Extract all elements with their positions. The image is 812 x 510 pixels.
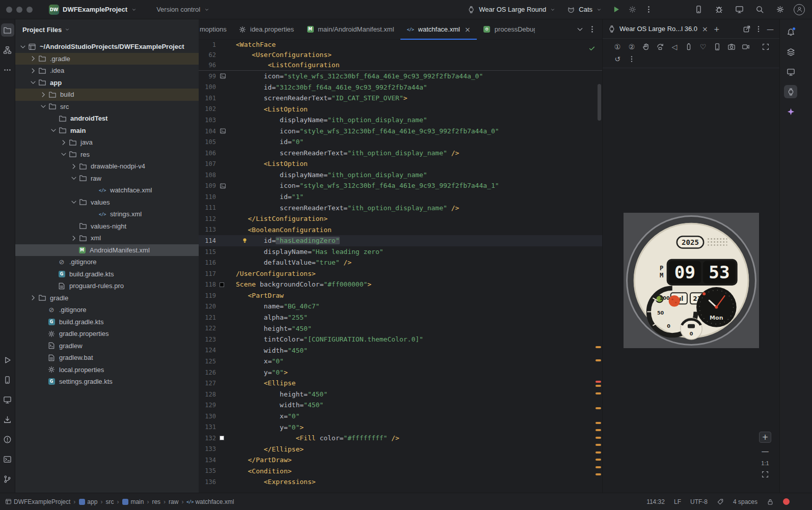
code-line-108[interactable]: 108 displayName="ith_option_display_name… <box>199 169 602 181</box>
tree-folder-src[interactable]: src <box>15 101 199 113</box>
tab-idea-properties[interactable]: idea.properties <box>232 19 300 39</box>
code-line-109[interactable]: 109 icon="style_wfs_312c30bf_f64a_461e_9… <box>199 180 602 191</box>
camera-button[interactable] <box>725 41 738 53</box>
kebab-icon[interactable] <box>754 25 763 33</box>
code-line-114[interactable]: 114 id="hasLeadingZero" <box>199 235 602 246</box>
code-line-120[interactable]: 120 name="BG_40c7" <box>199 301 602 312</box>
code-line-128[interactable]: 128 height="450" <box>199 389 602 400</box>
chevron-down-icon[interactable] <box>18 43 28 51</box>
tree-file-gradlew-bat[interactable]: gradlew.bat <box>15 352 199 364</box>
code-line-111[interactable]: 111 screenReaderText="ith_option_display… <box>199 203 602 214</box>
hide-panel-icon[interactable]: — <box>766 25 774 33</box>
code-line-135[interactable]: 135 <Condition> <box>199 466 602 477</box>
code-line-126[interactable]: 126 y="0"> <box>199 367 602 378</box>
code-line-136[interactable]: 136 <Expressions> <box>199 476 602 488</box>
drawable-preview-icon[interactable] <box>220 128 226 134</box>
tree-file-strings-xml[interactable]: </>strings.xml <box>15 208 199 220</box>
stripe-mark[interactable] <box>596 437 601 439</box>
stripe-mark[interactable] <box>596 392 601 394</box>
palm-button[interactable] <box>639 41 653 53</box>
code-line-100[interactable]: 100 id="312c30bf_f64a_461e_9c93_992f2fb7… <box>199 82 602 93</box>
code-line-125[interactable]: 125 x="0" <box>199 356 602 367</box>
tree-file-gitignore[interactable]: ⊘.gitignore <box>15 304 199 316</box>
zoom-reset-button[interactable]: 1:1 <box>761 460 769 466</box>
tree-folder-app[interactable]: app <box>15 77 199 89</box>
project-widget[interactable]: DW DWFExampleProject <box>45 3 141 17</box>
code-line-116[interactable]: 116 defaultValue="true" /> <box>199 257 602 268</box>
breadcrumb-main[interactable]: main <box>130 498 144 505</box>
device-tab-title[interactable]: Wear OS Large Ro...l 36.0 <box>619 25 697 33</box>
tree-folder-xml[interactable]: xml <box>15 232 199 244</box>
tree-folder-idea[interactable]: .idea <box>15 65 199 77</box>
run-configuration-selector[interactable]: Cats <box>563 3 606 17</box>
tag-icon[interactable] <box>717 498 724 505</box>
code-line-103[interactable]: 103 displayName="ith_option_display_name… <box>199 115 602 126</box>
stripe-mark[interactable] <box>596 451 601 454</box>
search-everywhere-button[interactable] <box>753 3 766 16</box>
stripe-mark[interactable] <box>596 359 601 361</box>
back-button[interactable]: ◁ <box>668 41 681 53</box>
tree-file-build-gradle-kts[interactable]: Gbuild.gradle.kts <box>15 316 199 328</box>
code-line-96[interactable]: 96 <ListConfiguration <box>199 60 602 70</box>
chevron-right-icon[interactable] <box>39 91 48 99</box>
tree-folder-res[interactable]: res <box>15 149 199 161</box>
zoom-fit-icon[interactable] <box>761 470 769 478</box>
code-line-104[interactable]: 104 icon="style_wfs_312c30bf_f64a_461e_9… <box>199 126 602 137</box>
tree-folder-raw[interactable]: raw <box>15 173 199 185</box>
reset-button[interactable]: ↺ <box>611 53 624 65</box>
file-encoding[interactable]: UTF-8 <box>690 498 708 505</box>
device-viewport[interactable]: 2025 P M 09 53 <box>603 68 779 493</box>
tab-processdebug[interactable]: ⚙processDebug <box>477 19 541 39</box>
tree-folder-values[interactable]: values <box>15 196 199 209</box>
tree-file-build-gradle-kts[interactable]: Gbuild.gradle.kts <box>15 268 199 280</box>
run-button[interactable] <box>1 353 14 366</box>
chevron-down-icon[interactable] <box>49 126 58 134</box>
code-line-115[interactable]: 115 displayName="Has leading zero" <box>199 246 602 258</box>
code-line-130[interactable]: 130 x="0" <box>199 411 602 422</box>
code-line-118[interactable]: 118Scene backgroundColor="#ff000000"> <box>199 279 602 290</box>
code-line-105[interactable]: 105 id="0" <box>199 136 602 148</box>
tree-file-proguard-rules-pro[interactable]: proguard-rules.pro <box>15 280 199 292</box>
run-button[interactable] <box>609 3 622 16</box>
device-manager-button[interactable] <box>1 393 14 406</box>
zoom-in-button[interactable]: + <box>759 432 771 443</box>
breadcrumb-dwfexampleproject[interactable]: DWFExampleProject <box>14 498 70 505</box>
code-line-102[interactable]: 102 <ListOption <box>199 104 602 115</box>
tree-file-settings-gradle-kts[interactable]: Gsettings.gradle.kts <box>15 376 199 388</box>
drawable-preview-icon[interactable] <box>220 183 226 189</box>
stripe-mark[interactable] <box>596 385 601 387</box>
tree-folder-gradle[interactable]: .gradle <box>15 53 199 65</box>
tree-file-local-properties[interactable]: local.properties <box>15 364 199 376</box>
tree-folder-main[interactable]: main <box>15 125 199 137</box>
close-icon[interactable]: × <box>701 25 709 33</box>
stripe-mark[interactable] <box>596 422 601 424</box>
tree-folder-androidstudioprojects-dwfexampleproject[interactable]: ~/AndroidStudioProjects/DWFExampleProjec… <box>15 41 199 53</box>
zoom-out-button[interactable]: — <box>762 447 769 456</box>
more-button[interactable] <box>625 53 638 65</box>
stripe-mark[interactable] <box>596 346 601 348</box>
build-variants-button[interactable] <box>784 65 797 78</box>
caret-position[interactable]: 114:32 <box>646 498 665 505</box>
tab-close-icon[interactable]: × <box>465 25 471 34</box>
stripe-mark[interactable] <box>596 473 601 475</box>
editor-options-button[interactable] <box>586 23 598 36</box>
tree-folder-drawable-nodpi-v4[interactable]: drawable-nodpi-v4 <box>15 160 199 173</box>
chevron-down-icon[interactable] <box>69 198 78 206</box>
chevron-down-icon[interactable] <box>69 174 78 182</box>
bug-report-button[interactable] <box>712 3 725 16</box>
tab-main-androidmanifest-xml[interactable]: Mmain/AndroidManifest.xml <box>300 19 400 39</box>
breadcrumb-res[interactable]: res <box>152 498 160 505</box>
project-panel-header[interactable]: Project Files <box>15 19 199 40</box>
tree-folder-androidtest[interactable]: androidTest <box>15 112 199 125</box>
stripe-mark[interactable] <box>596 466 601 468</box>
breadcrumb-raw[interactable]: raw <box>169 498 178 505</box>
breadcrumb-app[interactable]: app <box>87 498 97 505</box>
running-devices-button[interactable] <box>784 85 797 98</box>
color-swatch-black[interactable] <box>220 282 224 287</box>
code-line-110[interactable]: 110 id="1" <box>199 191 602 203</box>
gemini-button[interactable] <box>784 105 797 118</box>
battery-button[interactable] <box>682 41 695 53</box>
tree-file-androidmanifest-xml[interactable]: MAndroidManifest.xml <box>15 244 199 257</box>
structure-button[interactable] <box>1 43 14 56</box>
code-line-119[interactable]: 119 <PartDraw <box>199 290 602 301</box>
